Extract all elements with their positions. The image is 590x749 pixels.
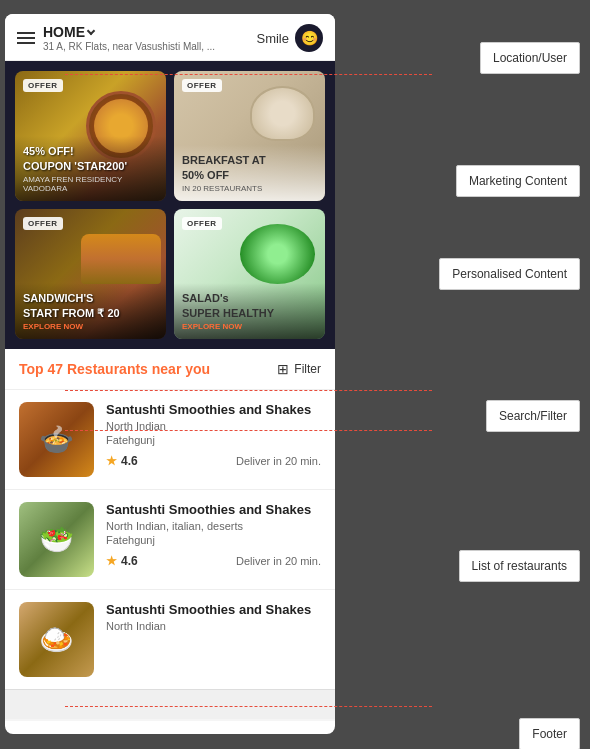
- hamburger-icon[interactable]: [17, 32, 35, 44]
- label-footer: Footer: [519, 718, 580, 749]
- card-subtitle-1: AMAYA FREN RESIDENCY VADODARA: [23, 175, 158, 193]
- restaurant-name-1: Santushti Smoothies and Shakes: [106, 402, 321, 417]
- restaurant-item[interactable]: 🥗 Santushti Smoothies and Shakes North I…: [5, 490, 335, 590]
- card-title-1: 45% OFF!COUPON 'STAR200': [23, 144, 158, 173]
- star-icon-2: ★: [106, 554, 117, 568]
- restaurant-name-3: Santushti Smoothies and Shakes: [106, 602, 321, 617]
- delivery-time-2: Deliver in 20 min.: [236, 555, 321, 567]
- restaurant-meta-2: ★ 4.6 Deliver in 20 min.: [106, 554, 321, 568]
- card-content-4: SALAD'sSUPER HEALTHY EXPLORE NOW: [174, 283, 325, 339]
- sandwich-visual: [81, 234, 161, 284]
- dashed-line-filter: [65, 430, 432, 431]
- card-explore-4: EXPLORE NOW: [182, 322, 317, 331]
- rating-2: ★ 4.6: [106, 554, 138, 568]
- main-content: OFFER 45% OFF!COUPON 'STAR200' AMAYA FRE…: [5, 61, 335, 721]
- label-list-of-restaurants: List of restaurants: [459, 550, 580, 582]
- card-title-3: SANDWICH'SSTART FROM ₹ 20: [23, 291, 158, 320]
- dashed-line-marketing: [65, 390, 432, 391]
- restaurant-location-2: Fatehgunj: [106, 534, 321, 546]
- dashed-line-header: [65, 74, 432, 75]
- bowl-visual: [250, 86, 315, 141]
- top-restaurants-label: Top 47 Restaurants: [19, 361, 148, 377]
- footer: [5, 689, 335, 719]
- restaurant-info-3: Santushti Smoothies and Shakes North Ind…: [106, 602, 321, 677]
- restaurant-info-2: Santushti Smoothies and Shakes North Ind…: [106, 502, 321, 577]
- label-search-filter: Search/Filter: [486, 400, 580, 432]
- restaurant-name-2: Santushti Smoothies and Shakes: [106, 502, 321, 517]
- avatar[interactable]: 😊: [295, 24, 323, 52]
- card-title-2: BREAKFAST AT50% OFF: [182, 153, 317, 182]
- rating-value-1: 4.6: [121, 454, 138, 468]
- address-text: 31 A, RK Flats, near Vasushisti Mall, ..…: [43, 41, 215, 52]
- app-header: HOME 31 A, RK Flats, near Vasushisti Mal…: [5, 14, 335, 61]
- restaurant-image-3: 🍛: [19, 602, 94, 677]
- card-content-3: SANDWICH'SSTART FROM ₹ 20 EXPLORE NOW: [15, 283, 166, 339]
- header-left: HOME 31 A, RK Flats, near Vasushisti Mal…: [17, 24, 215, 52]
- card-sandwich[interactable]: OFFER SANDWICH'SSTART FROM ₹ 20 EXPLORE …: [15, 209, 166, 339]
- filter-bar: Top 47 Restaurants near you ⊞ Filter: [5, 349, 335, 390]
- rating-1: ★ 4.6: [106, 454, 138, 468]
- label-marketing-content: Marketing Content: [456, 165, 580, 197]
- card-pizza[interactable]: OFFER 45% OFF!COUPON 'STAR200' AMAYA FRE…: [15, 71, 166, 201]
- labels-container: Location/User Marketing Content Personal…: [415, 0, 590, 749]
- restaurant-image-1: 🍲: [19, 402, 94, 477]
- avatar-icon: 😊: [301, 30, 318, 46]
- dashed-line-footer: [65, 706, 432, 707]
- card-explore-3: EXPLORE NOW: [23, 322, 158, 331]
- restaurant-location-1: Fatehgunj: [106, 434, 321, 446]
- card-content-1: 45% OFF!COUPON 'STAR200' AMAYA FREN RESI…: [15, 136, 166, 201]
- label-location-user: Location/User: [480, 42, 580, 74]
- filter-icon: ⊞: [277, 361, 289, 377]
- restaurant-type-2: North Indian, italian, deserts: [106, 520, 321, 532]
- filter-label: Filter: [294, 362, 321, 376]
- restaurant-item[interactable]: 🍲 Santushti Smoothies and Shakes North I…: [5, 390, 335, 490]
- card-subtitle-2: IN 20 RESTAURANTS: [182, 184, 317, 193]
- near-you-label: near you: [152, 361, 210, 377]
- offer-badge-3: OFFER: [23, 217, 63, 230]
- card-salad[interactable]: OFFER SALAD'sSUPER HEALTHY EXPLORE NOW: [174, 209, 325, 339]
- filter-text: Top 47 Restaurants near you: [19, 361, 210, 377]
- restaurant-meta-1: ★ 4.6 Deliver in 20 min.: [106, 454, 321, 468]
- delivery-time-1: Deliver in 20 min.: [236, 455, 321, 467]
- offer-badge-2: OFFER: [182, 79, 222, 92]
- chevron-down-icon: [87, 27, 95, 35]
- restaurant-info-1: Santushti Smoothies and Shakes North Ind…: [106, 402, 321, 477]
- offer-badge-4: OFFER: [182, 217, 222, 230]
- header-right: Smile 😊: [256, 24, 323, 52]
- card-content-2: BREAKFAST AT50% OFF IN 20 RESTAURANTS: [174, 145, 325, 201]
- star-icon-1: ★: [106, 454, 117, 468]
- user-name: Smile: [256, 31, 289, 46]
- label-personalised-content: Personalised Content: [439, 258, 580, 290]
- restaurant-section: Top 47 Restaurants near you ⊞ Filter 🍲 S…: [5, 349, 335, 689]
- card-breakfast[interactable]: OFFER BREAKFAST AT50% OFF IN 20 RESTAURA…: [174, 71, 325, 201]
- home-label[interactable]: HOME: [43, 24, 215, 40]
- salad-visual: [240, 224, 315, 284]
- marketing-section: OFFER 45% OFF!COUPON 'STAR200' AMAYA FRE…: [5, 61, 335, 349]
- rating-value-2: 4.6: [121, 554, 138, 568]
- filter-button[interactable]: ⊞ Filter: [277, 361, 321, 377]
- offer-badge-1: OFFER: [23, 79, 63, 92]
- restaurant-type-3: North Indian: [106, 620, 321, 632]
- home-text: HOME: [43, 24, 85, 40]
- phone-mockup: HOME 31 A, RK Flats, near Vasushisti Mal…: [5, 14, 335, 734]
- card-title-4: SALAD'sSUPER HEALTHY: [182, 291, 317, 320]
- restaurant-item-partial[interactable]: 🍛 Santushti Smoothies and Shakes North I…: [5, 590, 335, 689]
- restaurant-image-2: 🥗: [19, 502, 94, 577]
